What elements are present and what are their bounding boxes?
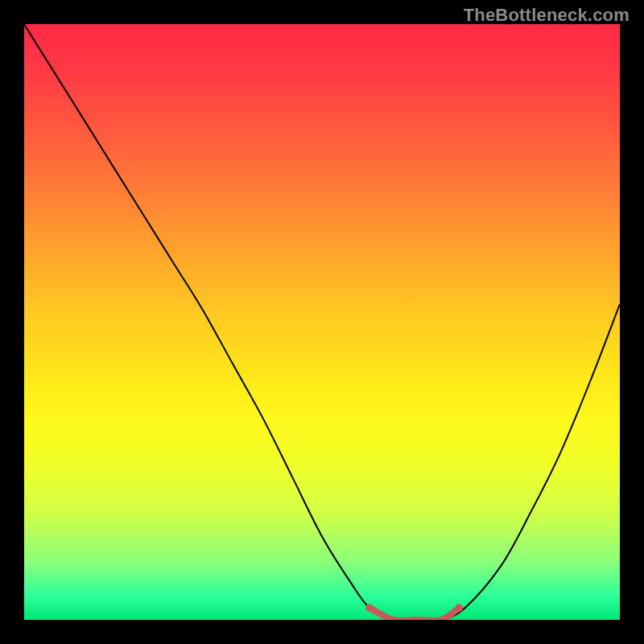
- watermark-text: TheBottleneck.com: [464, 5, 630, 26]
- optimal-range-marker: [365, 604, 374, 612]
- chart-frame: { "watermark": "TheBottleneck.com", "cha…: [0, 0, 644, 644]
- curve-line: [24, 24, 620, 620]
- optimal-range-marker: [455, 604, 463, 612]
- chart-svg: [24, 24, 620, 620]
- plot-area: [24, 24, 620, 620]
- optimal-range-line: [369, 608, 459, 620]
